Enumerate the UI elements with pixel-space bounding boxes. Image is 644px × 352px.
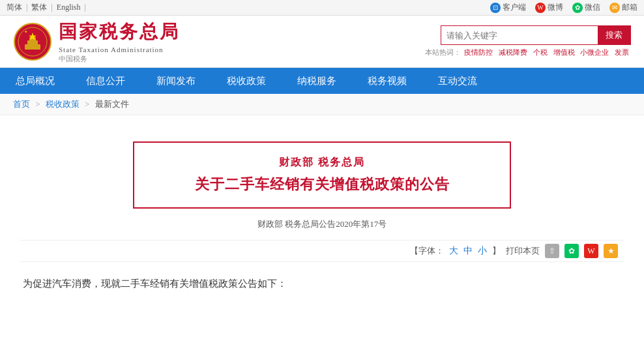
doc-issuer: 财政部 税务总局 xyxy=(154,156,490,169)
sep2: | xyxy=(51,3,52,12)
hot-word-5[interactable]: 小微企业 xyxy=(580,48,609,56)
share-general-icon[interactable]: ⇧ xyxy=(545,244,559,258)
logo-text: 国家税务总局 State Taxation Administration 中国税… xyxy=(59,20,180,64)
svg-rect-2 xyxy=(25,44,40,50)
hot-word-6[interactable]: 发票 xyxy=(615,48,629,56)
email-link[interactable]: ✉ 邮箱 xyxy=(609,2,637,13)
svg-rect-3 xyxy=(27,40,38,45)
language-switcher: 简体 | 繁体 | English | xyxy=(7,2,86,13)
breadcrumb-sep1: > xyxy=(35,99,42,109)
search-box: 搜索 xyxy=(441,25,631,45)
hot-word-4[interactable]: 增值税 xyxy=(553,48,575,56)
hot-word-3[interactable]: 个税 xyxy=(533,48,548,56)
social-links: ⊡ 客户端 W 微博 ✿ 微信 ✉ 邮箱 xyxy=(490,2,637,13)
article-body: 为促进汽车消费，现就二手车经销有关增值税政策公告如下： xyxy=(20,275,624,293)
breadcrumb: 首页 > 税收政策 > 最新文件 xyxy=(0,94,644,115)
site-name-en: State Taxation Administration xyxy=(59,46,180,53)
top-bar: 简体 | 繁体 | English | ⊡ 客户端 W 微博 ✿ 微信 ✉ 邮箱 xyxy=(0,0,644,16)
weixin-link[interactable]: ✿ 微信 xyxy=(572,2,600,13)
customer-label: 客户端 xyxy=(503,2,526,13)
national-emblem xyxy=(13,22,52,61)
weixin-label: 微信 xyxy=(585,2,600,13)
share-weixin-icon[interactable]: ✿ xyxy=(564,244,579,258)
font-label-close: 】 xyxy=(492,245,501,257)
weibo-label: 微博 xyxy=(548,2,563,13)
print-button[interactable]: 打印本页 xyxy=(506,245,540,257)
doc-title: 关于二手车经销有关增值税政策的公告 xyxy=(154,175,490,194)
font-large[interactable]: 大 xyxy=(449,245,458,257)
weibo-icon: W xyxy=(535,3,546,13)
hot-word-2[interactable]: 减税降费 xyxy=(499,48,527,56)
logo-sub: 中国税务 xyxy=(59,54,180,64)
hot-label: 本站热词： xyxy=(425,48,461,56)
search-button[interactable]: 搜索 xyxy=(598,26,630,44)
nav-info[interactable]: 信息公开 xyxy=(70,68,141,94)
traditional-link[interactable]: 繁体 xyxy=(31,2,47,13)
breadcrumb-level2: 最新文件 xyxy=(95,99,129,109)
document-box: 财政部 税务总局 关于二手车经销有关增值税政策的公告 xyxy=(133,141,511,209)
font-small[interactable]: 小 xyxy=(478,245,487,257)
weixin-icon: ✿ xyxy=(572,3,583,13)
hot-word-1[interactable]: 疫情防控 xyxy=(464,48,493,56)
site-header: 国家税务总局 State Taxation Administration 中国税… xyxy=(0,16,644,68)
font-medium[interactable]: 中 xyxy=(463,245,473,257)
site-name-cn: 国家税务总局 xyxy=(59,20,180,44)
search-input[interactable] xyxy=(441,27,598,44)
search-hot-words: 本站热词： 疫情防控 减税降费 个税 增值税 小微企业 发票 xyxy=(425,48,632,57)
share-weibo-icon[interactable]: W xyxy=(584,244,598,258)
main-content: 财政部 税务总局 关于二手车经销有关增值税政策的公告 财政部 税务总局公告202… xyxy=(0,115,644,306)
search-area: 搜索 本站热词： 疫情防控 减税降费 个税 增值税 小微企业 发票 xyxy=(425,25,632,57)
weibo-link[interactable]: W 微博 xyxy=(535,2,563,13)
computer-icon: ⊡ xyxy=(490,3,501,13)
simplified-link[interactable]: 简体 xyxy=(7,2,22,13)
doc-number: 财政部 税务总局公告2020年第17号 xyxy=(20,218,624,230)
main-nav: 总局概况 信息公开 新闻发布 税收政策 纳税服务 税务视频 互动交流 xyxy=(0,68,644,94)
email-icon: ✉ xyxy=(609,3,620,13)
nav-news[interactable]: 新闻发布 xyxy=(141,68,211,94)
nav-interact[interactable]: 互动交流 xyxy=(422,68,493,94)
sep3: | xyxy=(84,3,85,12)
first-paragraph: 为促进汽车消费，现就二手车经销有关增值税政策公告如下： xyxy=(23,275,621,293)
sep1: | xyxy=(26,3,27,12)
breadcrumb-level1[interactable]: 税收政策 xyxy=(46,99,80,109)
english-link[interactable]: English xyxy=(57,3,81,12)
share-favorite-icon[interactable]: ★ xyxy=(604,244,618,258)
nav-policy[interactable]: 税收政策 xyxy=(211,68,282,94)
nav-service[interactable]: 纳税服务 xyxy=(282,68,352,94)
breadcrumb-sep2: > xyxy=(85,99,92,109)
email-label: 邮箱 xyxy=(622,2,637,13)
nav-video[interactable]: 税务视频 xyxy=(352,68,422,94)
font-controls: 【字体： 大 中 小 】 打印本页 ⇧ ✿ W ★ xyxy=(20,240,624,262)
logo-area: 国家税务总局 State Taxation Administration 中国税… xyxy=(13,20,180,64)
customer-link[interactable]: ⊡ 客户端 xyxy=(490,2,526,13)
nav-overview[interactable]: 总局概况 xyxy=(0,68,70,94)
breadcrumb-home[interactable]: 首页 xyxy=(13,99,30,109)
font-label-open: 【字体： xyxy=(410,245,444,257)
